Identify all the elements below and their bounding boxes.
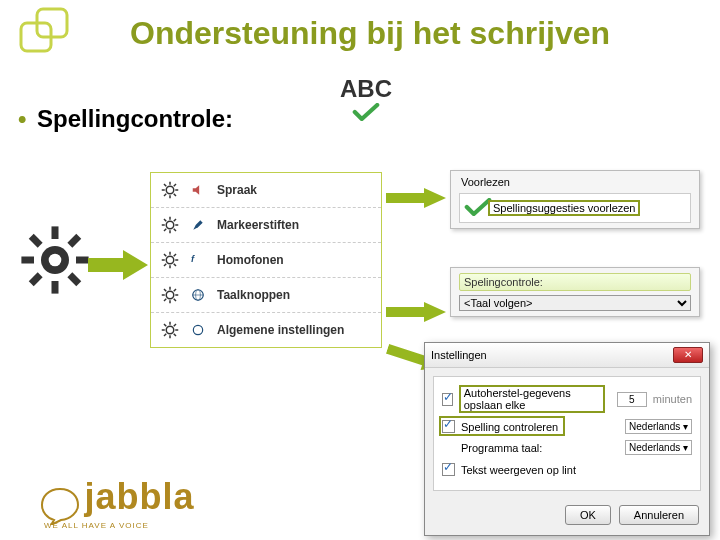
svg-rect-5 [52,281,59,294]
svg-rect-4 [52,226,59,239]
autosave-checkbox[interactable] [442,393,453,406]
voorlezen-checkbox-row[interactable]: Spellingsuggesties voorlezen [459,193,691,223]
svg-point-43 [166,291,174,299]
svg-text:f: f [191,254,195,264]
voorlezen-panel: Voorlezen Spellingsuggesties voorlezen [450,170,700,229]
svg-line-31 [174,219,176,221]
ok-button[interactable]: OK [565,505,611,525]
svg-rect-7 [76,257,89,264]
autosave-row: Autoherstel-gegevens opslaan elke minute… [442,385,692,413]
spelingcontrole-label: Spelingcontrole: [459,273,691,291]
homophone-icon: f [191,253,205,267]
svg-line-50 [164,299,166,301]
voorlezen-header: Voorlezen [459,176,691,188]
abc-spellcheck-icon: ABC [340,75,392,125]
logo-brand: jabbla [84,476,194,517]
settings-item-label: Homofonen [217,253,284,267]
svg-line-51 [174,289,176,291]
svg-line-40 [164,264,166,266]
programlang-row: Programma taal: Nederlands ▾ [442,440,692,455]
svg-marker-22 [193,185,199,194]
autosave-value-input[interactable] [617,392,647,407]
svg-point-23 [166,221,174,229]
svg-point-33 [166,256,174,264]
corner-logo [15,5,85,55]
svg-line-63 [174,324,176,326]
dialog-title: Instellingen [431,349,487,361]
svg-line-28 [164,219,166,221]
svg-line-19 [174,194,176,196]
page-title: Ondersteuning bij het schrijven [130,15,610,52]
svg-marker-65 [386,188,446,208]
settings-item-homofonen[interactable]: f Homofonen [151,243,381,278]
svg-line-29 [174,229,176,231]
spellcheck-row: Spelling controleren Nederlands ▾ [442,419,692,434]
arrow-to-voorlezen [386,188,446,208]
svg-point-55 [166,326,174,334]
settings-item-label: Markeerstiften [217,218,299,232]
svg-line-30 [164,229,166,231]
autosave-unit: minuten [653,393,692,405]
spellingsuggesties-highlight: Spellingsuggesties voorlezen [488,200,640,216]
logo-tagline: WE ALL HAVE A VOICE [44,521,194,530]
subtitle: • Spellingcontrole: [18,105,233,133]
instellingen-dialog: Instellingen ✕ Autoherstel-gegevens opsl… [424,342,710,536]
jabbla-logo: jabbla WE ALL HAVE A VOICE [40,476,194,530]
settings-item-taalknoppen[interactable]: Taalknoppen [151,278,381,313]
settings-item-markeerstiften[interactable]: Markeerstiften [151,208,381,243]
highlighter-icon [191,218,205,232]
svg-line-38 [164,254,166,256]
dialog-body: Autoherstel-gegevens opslaan elke minute… [433,376,701,491]
autosave-label: Autoherstel-gegevens opslaan elke [464,387,571,411]
svg-line-18 [164,184,166,186]
svg-point-13 [166,186,174,194]
general-settings-icon [191,323,205,337]
spelingcontrole-panel: Spelingcontrole: <Taal volgen> [450,267,700,317]
showtext-label: Tekst weergeven op lint [461,464,576,476]
spelingcontrole-select[interactable]: <Taal volgen> [459,295,691,311]
showtext-row: Tekst weergeven op lint [442,463,692,476]
checkbox-label: Spellingsuggesties voorlezen [493,202,635,214]
subtitle-text: Spellingcontrole: [37,105,233,132]
speaker-icon [191,183,205,197]
close-button[interactable]: ✕ [673,347,703,363]
settings-item-label: Spraak [217,183,257,197]
svg-rect-9 [29,272,43,286]
settings-item-algemeen[interactable]: Algemene instellingen [151,313,381,347]
svg-line-60 [164,324,166,326]
cancel-button[interactable]: Annuleren [619,505,699,525]
svg-line-41 [174,254,176,256]
spellcheck-highlight [439,416,565,436]
abc-label: ABC [340,75,392,103]
svg-line-48 [164,289,166,291]
checkbox-icon [464,198,482,218]
dialog-footer: OK Annuleren [425,499,709,535]
svg-point-64 [193,325,202,334]
settings-item-label: Taalknoppen [217,288,290,302]
settings-item-spraak[interactable]: Spraak [151,173,381,208]
svg-marker-32 [193,220,202,229]
svg-rect-10 [29,234,43,248]
dialog-titlebar: Instellingen ✕ [425,343,709,368]
svg-line-62 [164,334,166,336]
arrow-to-spelingcontrole [386,302,446,322]
arrow-to-settings-list [88,250,148,280]
svg-rect-6 [21,257,34,264]
showtext-checkbox[interactable] [442,463,455,476]
settings-list: Spraak Markeerstiften f Homofonen Taalkn… [150,172,382,348]
spellcheck-lang-select[interactable]: Nederlands ▾ [625,419,692,434]
svg-line-39 [174,264,176,266]
svg-line-20 [164,194,166,196]
svg-point-3 [49,254,62,267]
svg-marker-12 [88,250,148,280]
svg-rect-8 [67,234,81,248]
settings-item-label: Algemene instellingen [217,323,344,337]
programlang-label: Programma taal: [461,442,542,454]
globe-icon [191,288,205,302]
bullet-icon: • [18,105,26,132]
autosave-highlight: Autoherstel-gegevens opslaan elke [459,385,605,413]
programlang-select[interactable]: Nederlands ▾ [625,440,692,455]
svg-line-21 [174,184,176,186]
svg-marker-66 [386,302,446,322]
svg-line-49 [174,299,176,301]
